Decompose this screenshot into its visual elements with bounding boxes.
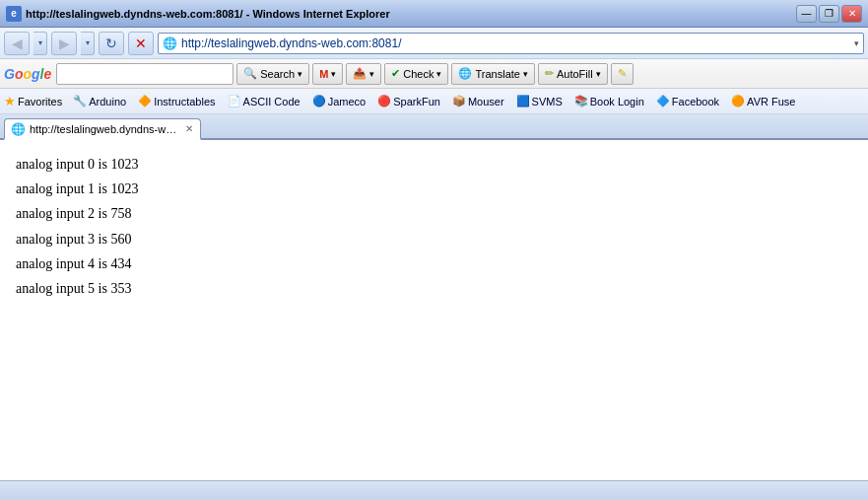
gmail-icon: M bbox=[319, 68, 328, 80]
search-button[interactable]: 🔍 Search ▾ bbox=[236, 63, 309, 85]
gmail-button[interactable]: M ▾ bbox=[312, 63, 343, 85]
check-label: Check bbox=[403, 68, 434, 80]
autofill-dropdown-icon: ▾ bbox=[596, 69, 601, 79]
jameco-icon: 🔵 bbox=[312, 95, 326, 107]
close-button[interactable]: ✕ bbox=[841, 5, 862, 23]
content-line-1: analog input 1 is 1023 bbox=[16, 177, 852, 201]
google-toolbar: Google 🔍 Search ▾ M ▾ 📤 ▾ ✔ Check ▾ 🌐 Tr… bbox=[0, 59, 868, 89]
favorites-item-mouser[interactable]: 📦 Mouser bbox=[447, 93, 509, 109]
content-line-3: analog input 3 is 560 bbox=[16, 227, 852, 251]
sparkfun-label: SparkFun bbox=[393, 96, 440, 107]
favorites-item-ascii[interactable]: 📄 ASCII Code bbox=[223, 93, 305, 109]
tab-close-button[interactable]: ✕ bbox=[184, 122, 194, 136]
svms-label: SVMS bbox=[532, 96, 563, 107]
instructables-label: Instructables bbox=[154, 96, 215, 107]
refresh-button[interactable]: ↻ bbox=[99, 32, 124, 55]
share-icon: 📤 bbox=[353, 67, 367, 80]
address-bar: 🌐 ▾ bbox=[158, 33, 864, 54]
ie-icon: e bbox=[6, 6, 22, 22]
forward-button[interactable]: ▶ bbox=[51, 32, 77, 55]
favorites-label: Favorites bbox=[18, 96, 62, 107]
booklogin-label: Book Login bbox=[590, 96, 644, 107]
window-title: http://teslalingweb.dyndns-web.com:8081/… bbox=[26, 8, 792, 20]
check-button[interactable]: ✔ Check ▾ bbox=[384, 63, 448, 85]
tab-page-icon: 🌐 bbox=[11, 122, 26, 136]
search-icon: 🔍 bbox=[243, 67, 257, 80]
autofill-icon: ✏ bbox=[545, 67, 554, 80]
favorites-item-avrfuse[interactable]: 🟠 AVR Fuse bbox=[726, 93, 800, 109]
arduino-label: Arduino bbox=[89, 96, 126, 107]
facebook-icon: 🔷 bbox=[656, 95, 670, 107]
translate-icon: 🌐 bbox=[458, 67, 472, 80]
favorites-bar: ★ Favorites 🔧 Arduino 🔶 Instructables 📄 … bbox=[0, 89, 868, 114]
check-dropdown-icon: ▾ bbox=[436, 69, 441, 79]
page-icon: 🌐 bbox=[163, 36, 177, 50]
content-line-4: analog input 4 is 434 bbox=[16, 251, 852, 276]
favorites-item-booklogin[interactable]: 📚 Book Login bbox=[569, 93, 649, 109]
gmail-dropdown-icon: ▾ bbox=[331, 69, 336, 79]
back-button[interactable]: ◀ bbox=[4, 32, 30, 55]
autofill-label: AutoFill bbox=[557, 68, 593, 80]
content-line-0: analog input 0 is 1023 bbox=[16, 152, 852, 177]
check-icon: ✔ bbox=[391, 67, 400, 80]
address-dropdown-icon[interactable]: ▾ bbox=[854, 38, 859, 48]
sparkfun-icon: 🔴 bbox=[377, 95, 391, 107]
ascii-label: ASCII Code bbox=[243, 96, 300, 107]
arduino-icon: 🔧 bbox=[73, 95, 87, 107]
content-area: analog input 0 is 1023 analog input 1 is… bbox=[0, 140, 868, 436]
svms-icon: 🟦 bbox=[516, 95, 530, 107]
favorites-item-svms[interactable]: 🟦 SVMS bbox=[511, 93, 568, 109]
tab-label: http://teslalingweb.dyndns-web.com:8081/ bbox=[30, 123, 180, 135]
tab-main[interactable]: 🌐 http://teslalingweb.dyndns-web.com:808… bbox=[4, 118, 201, 140]
search-label: Search bbox=[260, 68, 295, 80]
content-line-2: analog input 2 is 758 bbox=[16, 201, 852, 226]
window-controls: — ❐ ✕ bbox=[796, 5, 862, 23]
translate-label: Translate bbox=[475, 68, 519, 80]
pencil-button[interactable]: ✎ bbox=[611, 63, 634, 85]
avrfuse-icon: 🟠 bbox=[731, 95, 745, 107]
booklogin-icon: 📚 bbox=[574, 95, 588, 107]
favorites-item-sparkfun[interactable]: 🔴 SparkFun bbox=[372, 93, 445, 109]
address-input[interactable] bbox=[181, 36, 850, 50]
navigation-bar: ◀ ▾ ▶ ▾ ↻ ✕ 🌐 ▾ bbox=[0, 28, 868, 59]
ascii-icon: 📄 bbox=[228, 95, 241, 107]
minimize-button[interactable]: — bbox=[796, 5, 817, 23]
pencil-icon: ✎ bbox=[618, 67, 627, 80]
favorites-item-jameco[interactable]: 🔵 Jameco bbox=[307, 93, 371, 109]
share-button[interactable]: 📤 ▾ bbox=[346, 63, 381, 85]
jameco-label: Jameco bbox=[328, 96, 367, 107]
search-dropdown-icon: ▾ bbox=[298, 69, 302, 79]
title-bar: e http://teslalingweb.dyndns-web.com:808… bbox=[0, 0, 868, 28]
share-dropdown-icon: ▾ bbox=[369, 69, 374, 79]
content-line-5: analog input 5 is 353 bbox=[16, 276, 852, 301]
tab-bar: 🌐 http://teslalingweb.dyndns-web.com:808… bbox=[0, 114, 868, 140]
autofill-button[interactable]: ✏ AutoFill ▾ bbox=[538, 63, 608, 85]
translate-button[interactable]: 🌐 Translate ▾ bbox=[451, 63, 534, 85]
facebook-label: Facebook bbox=[672, 96, 719, 107]
stop-button[interactable]: ✕ bbox=[128, 32, 154, 55]
restore-button[interactable]: ❐ bbox=[819, 5, 839, 23]
favorites-item-instructables[interactable]: 🔶 Instructables bbox=[133, 93, 220, 109]
forward-dropdown[interactable]: ▾ bbox=[81, 32, 95, 55]
google-search-input[interactable] bbox=[56, 63, 234, 85]
mouser-label: Mouser bbox=[468, 96, 504, 107]
mouser-icon: 📦 bbox=[452, 95, 466, 107]
avrfuse-label: AVR Fuse bbox=[747, 96, 795, 107]
back-dropdown[interactable]: ▾ bbox=[33, 32, 47, 55]
favorites-item-facebook[interactable]: 🔷 Facebook bbox=[651, 93, 724, 109]
google-logo: Google bbox=[4, 66, 51, 82]
favorites-item-arduino[interactable]: 🔧 Arduino bbox=[68, 93, 131, 109]
instructables-icon: 🔶 bbox=[138, 95, 152, 107]
favorites-star-icon: ★ bbox=[4, 94, 16, 108]
translate-dropdown-icon: ▾ bbox=[523, 69, 528, 79]
